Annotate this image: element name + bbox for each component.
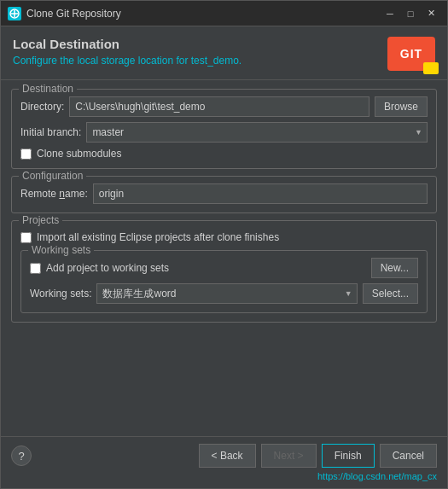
title-bar: Clone Git Repository ─ □ ✕ bbox=[1, 1, 447, 26]
new-button[interactable]: New... bbox=[371, 258, 418, 278]
working-sets-select-row: Working sets: 数据库生成word Select... bbox=[30, 283, 418, 304]
working-sets-group-label: Working sets bbox=[28, 244, 94, 256]
header-texts: Local Destination Configure the local st… bbox=[13, 37, 241, 67]
maximize-button[interactable]: □ bbox=[401, 4, 420, 23]
git-logo: GIT bbox=[387, 37, 435, 71]
select-button[interactable]: Select... bbox=[363, 283, 418, 304]
working-sets-label: Working sets: bbox=[30, 288, 91, 300]
close-button[interactable]: ✕ bbox=[422, 4, 440, 23]
branch-select-wrapper: master bbox=[86, 122, 428, 143]
back-button[interactable]: < Back bbox=[199, 444, 256, 468]
help-button[interactable]: ? bbox=[11, 445, 32, 466]
app-icon bbox=[8, 7, 21, 20]
branch-label: Initial branch: bbox=[20, 126, 81, 138]
add-working-sets-label: Add project to working sets bbox=[46, 262, 169, 274]
branch-row: Initial branch: master bbox=[20, 122, 428, 143]
add-working-sets-row: Add project to working sets New... bbox=[30, 258, 418, 278]
remote-name-row: Remote name: bbox=[20, 183, 428, 204]
clone-submodules-checkbox[interactable] bbox=[20, 148, 32, 160]
browse-button[interactable]: Browse bbox=[375, 96, 428, 117]
import-projects-row: Import all existing Eclipse projects aft… bbox=[20, 231, 428, 243]
next-button[interactable]: Next > bbox=[261, 444, 317, 468]
directory-input[interactable] bbox=[69, 96, 369, 117]
directory-row: Directory: Browse bbox=[20, 96, 428, 117]
import-projects-label: Import all existing Eclipse projects aft… bbox=[37, 231, 279, 243]
add-working-sets-checkbox[interactable] bbox=[30, 263, 41, 274]
configuration-group-label: Configuration bbox=[19, 170, 86, 182]
footer-link[interactable]: https://blog.csdn.net/map_cx bbox=[11, 471, 437, 481]
window-controls: ─ □ ✕ bbox=[381, 4, 440, 23]
footer: ? < Back Next > Finish Cancel https://bl… bbox=[1, 436, 447, 488]
footer-buttons: ? < Back Next > Finish Cancel bbox=[11, 444, 437, 468]
projects-group-label: Projects bbox=[19, 214, 62, 226]
destination-group-label: Destination bbox=[19, 83, 77, 95]
minimize-button[interactable]: ─ bbox=[381, 4, 399, 23]
content-area: Destination Directory: Browse Initial br… bbox=[1, 80, 447, 436]
destination-group: Destination Directory: Browse Initial br… bbox=[11, 89, 437, 169]
working-sets-group: Working sets Add project to working sets… bbox=[20, 250, 428, 313]
remote-name-label: Remote name: bbox=[20, 188, 88, 200]
clone-submodules-row: Clone submodules bbox=[20, 148, 428, 160]
finish-button[interactable]: Finish bbox=[322, 444, 375, 468]
branch-select[interactable]: master bbox=[86, 122, 428, 143]
window: Clone Git Repository ─ □ ✕ Local Destina… bbox=[0, 0, 448, 489]
projects-group: Projects Import all existing Eclipse pro… bbox=[11, 220, 437, 323]
header: Local Destination Configure the local st… bbox=[1, 26, 447, 80]
remote-name-input[interactable] bbox=[93, 183, 428, 204]
window-title: Clone Git Repository bbox=[26, 8, 375, 20]
directory-label: Directory: bbox=[20, 101, 64, 113]
page-subtitle: Configure the local storage location for… bbox=[13, 55, 241, 67]
clone-submodules-label: Clone submodules bbox=[37, 148, 121, 160]
cancel-button[interactable]: Cancel bbox=[380, 444, 437, 468]
import-projects-checkbox[interactable] bbox=[20, 232, 32, 243]
working-sets-select-wrapper: 数据库生成word bbox=[96, 283, 357, 304]
working-sets-select[interactable]: 数据库生成word bbox=[96, 283, 357, 304]
configuration-group: Configuration Remote name: bbox=[11, 176, 437, 213]
page-title: Local Destination bbox=[13, 37, 241, 51]
